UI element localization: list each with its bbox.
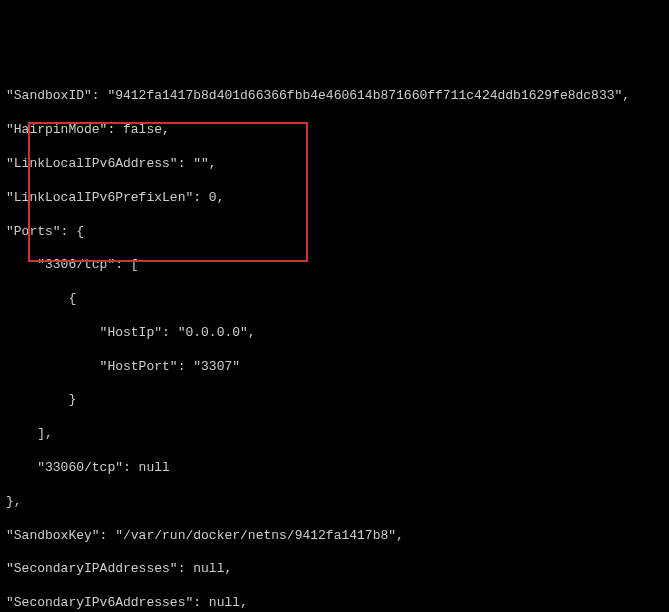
json-line: { bbox=[6, 291, 663, 308]
json-line: "SandboxKey": "/var/run/docker/netns/941… bbox=[6, 528, 663, 545]
json-line: }, bbox=[6, 494, 663, 511]
json-line: "LinkLocalIPv6Address": "", bbox=[6, 156, 663, 173]
json-line: } bbox=[6, 392, 663, 409]
json-line: "SecondaryIPAddresses": null, bbox=[6, 561, 663, 578]
json-line: "SandboxID": "9412fa1417b8d401d66366fbb4… bbox=[6, 88, 663, 105]
json-line: ], bbox=[6, 426, 663, 443]
json-line: "HostIp": "0.0.0.0", bbox=[6, 325, 663, 342]
json-line: "SecondaryIPv6Addresses": null, bbox=[6, 595, 663, 612]
json-line: "33060/tcp": null bbox=[6, 460, 663, 477]
terminal-output: "SandboxID": "9412fa1417b8d401d66366fbb4… bbox=[6, 72, 663, 612]
json-line: "Ports": { bbox=[6, 224, 663, 241]
json-line: "HairpinMode": false, bbox=[6, 122, 663, 139]
json-line: "LinkLocalIPv6PrefixLen": 0, bbox=[6, 190, 663, 207]
json-line: "3306/tcp": [ bbox=[6, 257, 663, 274]
json-line: "HostPort": "3307" bbox=[6, 359, 663, 376]
